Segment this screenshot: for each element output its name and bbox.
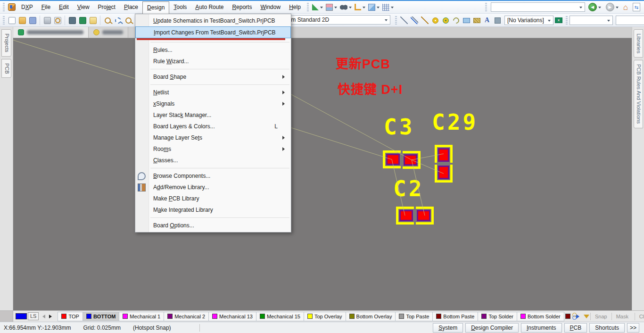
menu-item-rooms[interactable]: Rooms	[135, 143, 291, 155]
scroll-right-icon[interactable]	[49, 315, 54, 318]
place-room-button[interactable]	[367, 1, 381, 13]
menu-item-make-pcb-library[interactable]: Make PCB Library	[135, 193, 291, 204]
place-polygon-button[interactable]	[472, 16, 481, 25]
menubar-item-place[interactable]: Place	[120, 1, 142, 13]
back-button[interactable]: ◀	[587, 1, 603, 13]
forward-button[interactable]: ▶	[604, 1, 620, 13]
next-layer-icon[interactable]	[576, 314, 582, 319]
menu-item-rule-wizard[interactable]: Rule Wizard...	[135, 56, 291, 67]
dimension-button[interactable]	[353, 1, 367, 13]
pcb-canvas[interactable]: C3 C29 C2 更新PCB 快捷键 D+I	[13, 38, 632, 310]
snap-button[interactable]: Snap	[590, 313, 611, 320]
layer-tab-bottom-overlay[interactable]: Bottom Overlay	[346, 312, 396, 321]
show-panels-button[interactable]	[88, 16, 98, 25]
dxp-logo-icon[interactable]	[7, 2, 17, 12]
place-pad-button[interactable]	[430, 16, 440, 25]
scroll-left-icon[interactable]	[41, 315, 45, 318]
place-component-button[interactable]	[493, 16, 502, 25]
menu-item-netlist[interactable]: Netlist	[135, 87, 291, 98]
menu-item-xsignals[interactable]: xSignals	[135, 98, 291, 109]
browse-footprint-button[interactable]	[67, 16, 77, 25]
empty-combo-b[interactable]	[616, 16, 644, 25]
open-pcb-document-button[interactable]	[78, 16, 87, 25]
layer-tab-bottom[interactable]: BOTTOM	[83, 312, 119, 321]
menubar-item-edit[interactable]: Edit	[55, 1, 73, 13]
filter-icon[interactable]	[584, 315, 589, 318]
shortcuts-button[interactable]: Shortcuts	[589, 323, 625, 333]
menu-item-classes[interactable]: Classes...	[135, 155, 291, 166]
document-tab[interactable]	[89, 27, 128, 38]
refresh-button[interactable]: ⇆	[631, 1, 642, 13]
interactive-multi-routing-button[interactable]	[410, 16, 419, 25]
layer-pairs-icon[interactable]	[572, 313, 574, 320]
place-arc-button[interactable]	[451, 16, 461, 25]
design-compiler-button[interactable]: Design Compiler	[465, 323, 519, 333]
instruments-button[interactable]: Instruments	[521, 323, 562, 333]
new-document-button[interactable]	[7, 16, 17, 25]
empty-combo-a[interactable]	[570, 16, 613, 25]
panel-tab-libraries[interactable]: Libraries	[634, 29, 643, 58]
view-configuration-combo[interactable]: Altium Standard 2D	[277, 15, 390, 25]
pcb-button[interactable]: PCB	[564, 323, 587, 333]
address-combo[interactable]	[491, 2, 585, 12]
home-button[interactable]: ⌂	[622, 1, 629, 13]
menu-item-make-integrated-library[interactable]: Make Integrated Library	[135, 204, 291, 216]
layer-tab-bottom-paste[interactable]: Bottom Paste	[433, 312, 478, 321]
layer-tab-mechanical-2[interactable]: Mechanical 2	[164, 312, 209, 321]
grid-button[interactable]	[381, 1, 395, 13]
zoom-area-button[interactable]	[113, 16, 123, 25]
more-panels-button[interactable]: >>	[627, 323, 639, 333]
layer-tab-top-overlay[interactable]: Top Overlay	[304, 312, 346, 321]
menu-item-manage-layer-sets[interactable]: Manage Layer Sets	[135, 132, 291, 143]
menubar-item-design[interactable]: Design	[142, 1, 169, 14]
menubar-item-project[interactable]: Project	[94, 1, 120, 13]
open-document-button[interactable]	[17, 16, 27, 25]
menubar-item-dxp[interactable]: DXP	[17, 1, 37, 13]
variant-board-button[interactable]: x	[554, 16, 563, 25]
menubar-item-view[interactable]: View	[73, 1, 94, 13]
zoom-selection-button[interactable]	[124, 16, 133, 25]
place-via-button[interactable]	[441, 16, 450, 25]
panel-tab-projects[interactable]: Projects	[1, 29, 11, 57]
print-preview-button[interactable]	[53, 16, 62, 25]
menu-item-browse-components[interactable]: Browse Components...	[135, 170, 291, 182]
measure-button[interactable]	[311, 1, 324, 13]
layer-tab-mechanical-1[interactable]: Mechanical 1	[119, 312, 164, 321]
menu-item-board-layers-colors[interactable]: Board Layers & Colors...L	[135, 121, 291, 132]
menu-item-rules[interactable]: Rules...	[135, 44, 291, 56]
menubar-item-reports[interactable]: Reports	[228, 1, 256, 13]
menubar-item-file[interactable]: File	[37, 1, 55, 13]
variant-combo[interactable]: [No Variations]	[504, 16, 553, 25]
menubar-item-auto-route[interactable]: Auto Route	[191, 1, 228, 13]
layer-set-button[interactable]: LS	[28, 312, 39, 320]
partial-layer-swatch[interactable]	[565, 314, 570, 319]
save-button[interactable]	[28, 16, 37, 25]
zoom-fit-button[interactable]	[103, 16, 112, 25]
interactive-routing-button[interactable]	[399, 16, 409, 25]
menubar-item-tools[interactable]: Tools	[169, 1, 191, 13]
layer-set-color-swatch[interactable]	[16, 313, 27, 319]
diff-pair-routing-button[interactable]	[420, 16, 429, 25]
layer-tab-bottom-solder[interactable]: Bottom Solder	[517, 312, 564, 321]
clear-button[interactable]: Clear	[635, 313, 644, 320]
place-fill-button[interactable]	[462, 16, 471, 25]
layer-tab-top-solder[interactable]: Top Solder	[478, 312, 517, 321]
find-similar-button[interactable]	[339, 1, 353, 13]
panel-tab-pcb[interactable]: PCB	[1, 59, 11, 78]
menu-item-board-options[interactable]: Board Options...	[135, 220, 291, 231]
layer-tab-mechanical-13[interactable]: Mechanical 13	[209, 312, 256, 321]
panel-tab-pcb-rules[interactable]: PCB Rules And Violations	[634, 60, 643, 128]
layer-tab-top[interactable]: TOP	[58, 312, 83, 321]
menubar-item-help[interactable]: Help	[285, 1, 305, 13]
align-button[interactable]	[324, 1, 339, 13]
menu-item-add-remove-library[interactable]: Add/Remove Library...	[135, 182, 291, 193]
system-button[interactable]: System	[433, 323, 463, 333]
menubar-item-window[interactable]: Window	[256, 1, 285, 13]
menu-item-layer-stack-manager[interactable]: Layer Stack Manager...	[135, 109, 291, 121]
print-button[interactable]	[42, 16, 52, 25]
layer-tab-top-paste[interactable]: Top Paste	[396, 312, 433, 321]
mask-level-button[interactable]: Mask Level	[611, 313, 635, 320]
place-string-button[interactable]: A	[482, 16, 492, 25]
menu-item-import-changes[interactable]: Import Changes From TestBoard_Switch.Prj…	[135, 26, 291, 38]
document-tab[interactable]	[13, 27, 89, 38]
